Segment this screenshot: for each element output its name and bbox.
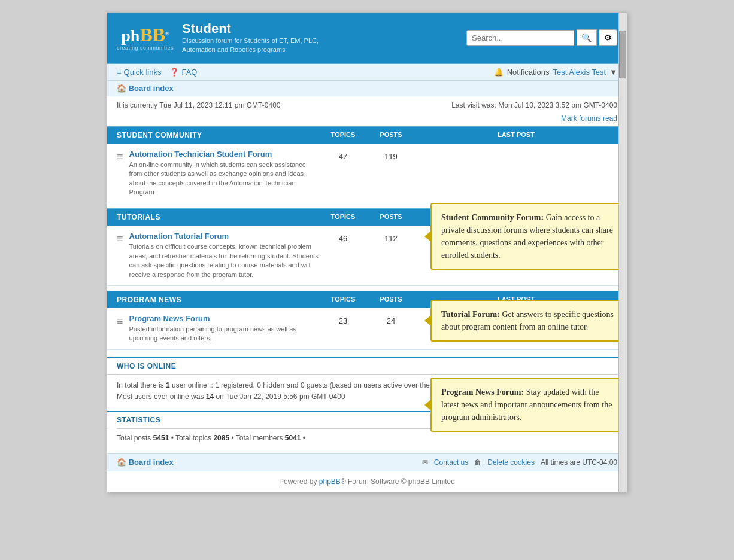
forum-desc-at: An on-line community in which students c…	[129, 160, 319, 197]
delete-cookies-link[interactable]: Delete cookies	[487, 458, 535, 467]
posts-count-3: 24	[367, 314, 415, 325]
topics-count-3: 23	[319, 314, 367, 325]
topics-col-header-1: TOPICS	[319, 131, 367, 139]
tooltip2-bold: Tutorial Forum:	[441, 310, 500, 319]
forum-icon: ≡	[117, 315, 123, 328]
forum-name-news[interactable]: Program News Forum	[129, 314, 319, 323]
last-visit: Last visit was: Mon Jul 10, 2023 3:52 pm…	[451, 101, 617, 109]
forum-desc-news: Posted information pertaining to program…	[129, 325, 319, 343]
topics-count-2: 46	[319, 232, 367, 243]
current-time: It is currently Tue Jul 11, 2023 12:11 p…	[117, 101, 280, 109]
faq-link[interactable]: ❓ FAQ	[169, 68, 197, 77]
scrollbar-thumb[interactable]	[619, 31, 626, 78]
forum-name-at[interactable]: Automation Technician Student Forum	[129, 150, 319, 159]
mark-forums-bar: Mark forums read	[107, 114, 627, 126]
tutorials-title: TUTORIALS	[117, 213, 319, 221]
mark-forums-link[interactable]: Mark forums read	[561, 114, 617, 123]
contact-icon: ✉	[422, 458, 428, 467]
posts-count-2: 112	[367, 232, 415, 243]
trash-icon: 🗑	[474, 458, 481, 467]
breadcrumb: 🏠 Board index	[107, 81, 627, 96]
student-community-tooltip: Student Community Forum: Gain access to …	[430, 203, 627, 270]
contact-us-link[interactable]: Contact us	[434, 458, 468, 467]
tooltip3-bold: Program News Forum:	[441, 388, 524, 397]
student-community-title: STUDENT COMMUNITY	[117, 131, 319, 139]
search-advanced-button[interactable]: ⚙	[599, 29, 617, 46]
home-icon: 🏠	[117, 84, 126, 93]
board-index-link[interactable]: Board index	[129, 84, 174, 93]
topics-count-1: 47	[319, 150, 367, 161]
forum-desc-tutorial: Tutorials on difficult course concepts, …	[129, 242, 319, 279]
hamburger-icon: ≡	[117, 68, 122, 77]
posts-col-header-2: POSTS	[367, 213, 415, 221]
site-title: Student	[182, 21, 319, 36]
posts-col-header-1: POSTS	[367, 131, 415, 139]
footer: Powered by phpBB® Forum Software © phpBB…	[107, 471, 627, 492]
search-button[interactable]: 🔍	[577, 29, 597, 46]
timezone-info: All times are UTC-04:00	[541, 458, 617, 467]
last-post-1	[415, 150, 617, 152]
topics-col-header-3: TOPICS	[319, 296, 367, 304]
nav-bar: ≡ Quick links ❓ FAQ 🔔 Notifications Test…	[107, 63, 627, 81]
footer-text: Powered by phpBB® Forum Software © phpBB…	[279, 477, 455, 486]
quick-links-menu[interactable]: ≡ Quick links	[117, 68, 161, 77]
posts-col-header-3: POSTS	[367, 296, 415, 304]
who-online-header: WHO IS ONLINE	[107, 357, 627, 375]
total-members: 5041	[285, 434, 301, 442]
last-post-col-header-1: LAST POST	[415, 131, 617, 139]
logo[interactable]: phBB® creating communities	[117, 25, 174, 51]
program-news-title: PROGRAM NEWS	[117, 296, 319, 304]
forum-icon: ≡	[117, 151, 123, 163]
notifications-label: Notifications	[507, 68, 550, 77]
home-icon-bottom: 🏠	[117, 458, 126, 467]
help-icon: ❓	[169, 68, 179, 77]
faq-label: FAQ	[181, 68, 197, 77]
program-news-tooltip: Program News Forum: Stay updated with th…	[430, 378, 627, 432]
forum-name-tutorial[interactable]: Automation Tutorial Forum	[129, 232, 319, 241]
username-link[interactable]: Test Alexis Test	[553, 68, 606, 77]
quick-links-label: Quick links	[124, 68, 162, 77]
forum-icon: ≡	[117, 233, 123, 245]
posts-count-1: 119	[367, 150, 415, 161]
total-posts: 5451	[153, 434, 169, 442]
topics-col-header-2: TOPICS	[319, 213, 367, 221]
scrollbar[interactable]	[618, 13, 627, 492]
tooltip1-bold: Student Community Forum:	[441, 213, 544, 222]
notification-icon: 🔔	[494, 68, 504, 77]
student-community-header: STUDENT COMMUNITY TOPICS POSTS LAST POST	[107, 126, 627, 144]
time-bar: It is currently Tue Jul 11, 2023 12:11 p…	[107, 96, 627, 114]
board-index-link-bottom[interactable]: Board index	[129, 458, 174, 467]
phpbb-link[interactable]: phpBB	[319, 477, 341, 486]
logo-sub: creating communities	[117, 45, 174, 51]
site-description: Discussion forum for Students of ET, EM,…	[182, 36, 319, 55]
table-row: ≡ Automation Technician Student Forum An…	[107, 144, 627, 204]
bottom-nav: 🏠 Board index ✉ Contact us 🗑 Delete cook…	[107, 453, 627, 471]
user-dropdown-icon[interactable]: ▼	[609, 68, 617, 77]
site-header: phBB® creating communities Student Discu…	[107, 13, 627, 63]
search-form: 🔍 ⚙	[466, 29, 617, 46]
search-input[interactable]	[466, 30, 574, 46]
tutorial-tooltip: Tutorial Forum: Get answers to specific …	[430, 300, 627, 342]
total-topics: 2085	[213, 434, 229, 442]
